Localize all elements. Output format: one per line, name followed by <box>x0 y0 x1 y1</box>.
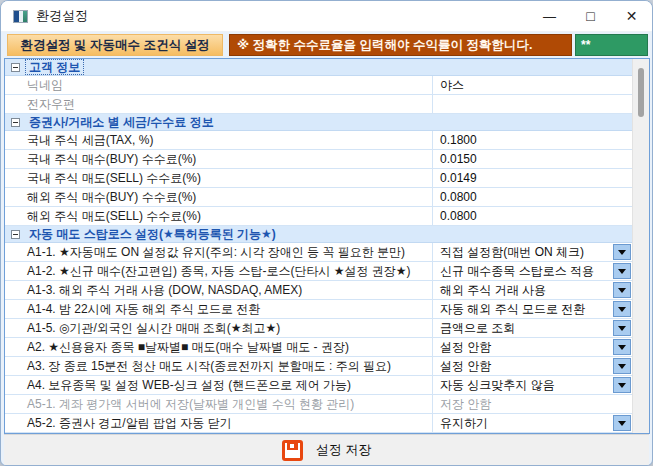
row-value-text: 유지하기 <box>440 415 488 432</box>
row-label: A2. ★신용융자 종목 ■날짜별■ 매도(매수 날짜별 매도 - 권장) <box>5 338 432 356</box>
vertical-scrollbar[interactable] <box>632 59 649 433</box>
section-header[interactable]: 자동 매도 스탑로스 설정(★특허등록된 기능★) <box>5 226 632 243</box>
row-value-text: 설정 안함 <box>440 339 491 356</box>
dropdown-button[interactable] <box>613 320 631 336</box>
row-label: 국내 주식 세금(TAX, %) <box>5 131 432 149</box>
row-value[interactable]: 야스 <box>432 76 632 94</box>
row-value[interactable]: 설정 안함 <box>432 357 632 375</box>
row-value[interactable]: 유지하기 <box>432 414 632 432</box>
row-value[interactable]: 0.0150 <box>432 150 632 168</box>
row-label: 해외 주식 매도(SELL) 수수료(%) <box>5 207 432 225</box>
dropdown-button[interactable] <box>613 263 631 279</box>
row-value-text: 0.1800 <box>440 133 477 147</box>
row-value[interactable]: 0.0149 <box>432 169 632 187</box>
row-label: A1-5. ◎기관/외국인 실시간 매매 조회(★최고★) <box>5 319 432 337</box>
grid-row[interactable]: 닉네임야스 <box>5 76 632 95</box>
row-value[interactable]: 설정 안함 <box>432 338 632 356</box>
section-header[interactable]: 증권사/거래소 별 세금/수수료 정보 <box>5 114 632 131</box>
status-badge: ** <box>575 34 648 56</box>
app-icon <box>13 10 28 23</box>
collapse-icon[interactable] <box>11 63 20 72</box>
property-grid-wrap: 고객 정보닉네임야스전자우편증권사/거래소 별 세금/수수료 정보국내 주식 세… <box>4 58 650 434</box>
fee-notice-banner: ※ 정확한 수수료율을 입력해야 수익률이 정확합니다. <box>229 34 572 56</box>
row-value-text: 0.0800 <box>440 209 477 223</box>
grid-row[interactable]: A1-4. 밤 22시에 자동 해외 주식 모드로 전환자동 해외 주식 모드로… <box>5 300 632 319</box>
close-button[interactable]: ✕ <box>611 1 652 31</box>
chevron-down-icon <box>618 326 626 335</box>
dropdown-button[interactable] <box>613 301 631 317</box>
row-value: 저장 안함 <box>432 395 632 413</box>
section-header[interactable]: 고객 정보 <box>5 59 632 76</box>
row-label: A5-2. 증권사 경고/알림 팝업 자동 닫기 <box>5 414 432 432</box>
row-value[interactable]: 0.1800 <box>432 131 632 149</box>
chevron-down-icon <box>618 288 626 297</box>
grid-row[interactable]: A1-2. ★신규 매수(잔고편입) 종목, 자동 스탑-로스(단타시 ★설정 … <box>5 262 632 281</box>
chevron-down-icon <box>618 364 626 373</box>
row-label: A1-2. ★신규 매수(잔고편입) 종목, 자동 스탑-로스(단타시 ★설정 … <box>5 262 432 280</box>
header-row: 환경설정 및 자동매수 조건식 설정 ※ 정확한 수수료율을 입력해야 수익률이… <box>1 33 652 58</box>
row-value-text: 0.0800 <box>440 190 477 204</box>
row-value[interactable]: 금액으로 조회 <box>432 319 632 337</box>
dropdown-button[interactable] <box>613 282 631 298</box>
row-value[interactable]: 해외 주식 거래 사용 <box>432 281 632 299</box>
section-title: 자동 매도 스탑로스 설정(★특허등록된 기능★) <box>26 227 279 241</box>
chevron-down-icon <box>618 250 626 259</box>
grid-row[interactable]: A1-3. 해외 주식 거래 사용 (DOW, NASDAQ, AMEX)해외 … <box>5 281 632 300</box>
chevron-down-icon <box>618 345 626 354</box>
grid-row[interactable]: 국내 주식 세금(TAX, %)0.1800 <box>5 131 632 150</box>
collapse-icon[interactable] <box>11 230 20 239</box>
grid-row[interactable]: A5-1. 계좌 평가액 서버에 저장(날짜별 개인별 수익 현황 관리)저장 … <box>5 395 632 414</box>
title-bar: 환경설정 — □ ✕ <box>1 1 652 32</box>
grid-row[interactable]: A4. 보유종목 및 설정 WEB-싱크 설정 (핸드폰으로 제어 가능)자동 … <box>5 376 632 395</box>
grid-row[interactable]: A3. 장 종료 15분전 청산 매도 시작(종료전까지 분할매도 : 주의 필… <box>5 357 632 376</box>
dropdown-button[interactable] <box>613 415 631 431</box>
save-floppy-icon <box>282 440 303 461</box>
chevron-down-icon <box>618 269 626 278</box>
grid-row[interactable]: 해외 주식 매도(SELL) 수수료(%)0.0800 <box>5 207 632 226</box>
row-value[interactable]: 자동 싱크맞추지 않음 <box>432 376 632 394</box>
row-label: 전자우편 <box>5 95 432 113</box>
row-value[interactable]: 0.0800 <box>432 188 632 206</box>
row-value[interactable]: 0.0800 <box>432 207 632 225</box>
row-label: A5-1. 계좌 평가액 서버에 저장(날짜별 개인별 수익 현황 관리) <box>5 395 432 413</box>
row-value[interactable]: 자동 해외 주식 모드로 전환 <box>432 300 632 318</box>
row-label: A3. 장 종료 15분전 청산 매도 시작(종료전까지 분할매도 : 주의 필… <box>5 357 432 375</box>
row-value[interactable] <box>432 95 632 113</box>
row-value[interactable]: 신규 매수종목 스탑로스 적용 <box>432 262 632 280</box>
grid-row[interactable]: A5-2. 증권사 경고/알림 팝업 자동 닫기유지하기 <box>5 414 632 433</box>
window-title: 환경설정 <box>36 7 88 25</box>
grid-row[interactable]: A2. ★신용융자 종목 ■날짜별■ 매도(매수 날짜별 매도 - 권장)설정 … <box>5 338 632 357</box>
row-value-text: 자동 싱크맞추지 않음 <box>440 377 555 394</box>
section-title: 증권사/거래소 별 세금/수수료 정보 <box>26 115 217 129</box>
grid-row[interactable]: A1-5. ◎기관/외국인 실시간 매매 조회(★최고★)금액으로 조회 <box>5 319 632 338</box>
dropdown-button[interactable] <box>613 358 631 374</box>
grid-row[interactable]: 국내 주식 매수(BUY) 수수료(%)0.0150 <box>5 150 632 169</box>
grid-row[interactable]: 국내 주식 매도(SELL) 수수료(%)0.0149 <box>5 169 632 188</box>
row-value-text: 금액으로 조회 <box>440 320 515 337</box>
tab-settings[interactable]: 환경설정 및 자동매수 조건식 설정 <box>7 34 223 56</box>
dropdown-button[interactable] <box>613 377 631 393</box>
minimize-button[interactable]: — <box>529 1 570 31</box>
save-settings-button[interactable]: 설정 저장 <box>282 440 372 461</box>
row-value-text: 신규 매수종목 스탑로스 적용 <box>440 263 594 280</box>
row-value-text: 직접 설정함(매번 ON 체크) <box>440 244 584 261</box>
dropdown-button[interactable] <box>613 244 631 260</box>
save-button-label: 설정 저장 <box>316 441 372 459</box>
row-value-text: 자동 해외 주식 모드로 전환 <box>440 301 585 318</box>
grid-row[interactable]: 해외 주식 매수(BUY) 수수료(%)0.0800 <box>5 188 632 207</box>
collapse-icon[interactable] <box>11 118 20 127</box>
scrollbar-thumb[interactable] <box>638 68 644 117</box>
property-grid: 고객 정보닉네임야스전자우편증권사/거래소 별 세금/수수료 정보국내 주식 세… <box>5 59 632 433</box>
row-value-text: 야스 <box>440 77 464 94</box>
footer-bar: 설정 저장 <box>4 434 649 465</box>
row-label: A1-4. 밤 22시에 자동 해외 주식 모드로 전환 <box>5 300 432 318</box>
row-value-text: 0.0150 <box>440 152 477 166</box>
grid-row[interactable]: A1-1. ★자동매도 ON 설정값 유지(주의: 시각 장애인 등 꼭 필요한… <box>5 243 632 262</box>
settings-window: 환경설정 — □ ✕ 환경설정 및 자동매수 조건식 설정 ※ 정확한 수수료율… <box>0 0 653 466</box>
dropdown-button[interactable] <box>613 339 631 355</box>
chevron-down-icon <box>618 383 626 392</box>
row-value[interactable]: 직접 설정함(매번 ON 체크) <box>432 243 632 261</box>
maximize-button[interactable]: □ <box>570 1 611 31</box>
row-value-text: 저장 안함 <box>440 396 491 413</box>
grid-row[interactable]: 전자우편 <box>5 95 632 114</box>
